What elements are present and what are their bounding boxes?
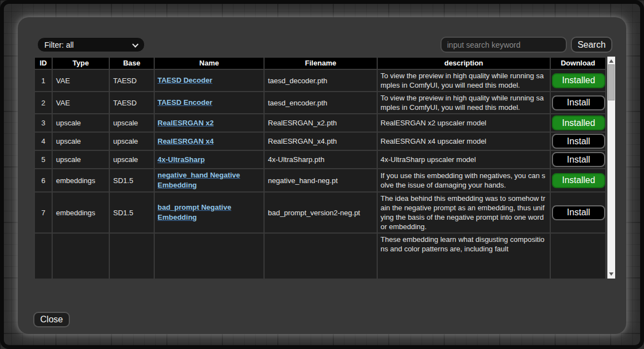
cell-base: SD1.5 — [110, 169, 154, 191]
model-link[interactable]: 4x-UltraSharp — [158, 155, 205, 164]
cell-filename: bad_prompt_version2-neg.pt — [265, 193, 377, 232]
scrollbar-thumb[interactable] — [608, 64, 615, 100]
column-header-base: Base — [110, 58, 154, 69]
table-header-row: ID Type Base Name Filename description D… — [35, 58, 605, 69]
model-table: ID Type Base Name Filename description D… — [34, 57, 606, 279]
table-row: 4upscaleupscaleRealESRGAN x4RealESRGAN_x… — [35, 133, 605, 150]
column-header-name: Name — [155, 58, 263, 69]
scrollbar-down-arrow-icon[interactable] — [609, 272, 613, 276]
cell-id — [35, 234, 52, 279]
cell-id: 6 — [35, 169, 52, 191]
cell-filename: RealESRGAN_x2.pth — [265, 114, 377, 131]
column-header-type: Type — [53, 58, 109, 69]
cell-filename: RealESRGAN_x4.pth — [265, 133, 377, 150]
install-button[interactable]: Install — [552, 152, 605, 167]
model-link[interactable]: RealESRGAN x4 — [158, 137, 214, 145]
cell-description: If you use this embedding with negatives… — [378, 169, 550, 191]
cell-description: The idea behind this embedding was to so… — [378, 193, 550, 232]
install-models-dialog: Filter: all Search ID Type Base Name Fi — [18, 17, 626, 334]
filter-select[interactable]: Filter: all — [37, 37, 145, 52]
table-row: 3upscaleupscaleRealESRGAN x2RealESRGAN_x… — [35, 114, 605, 131]
cell-description: 4x-UltraSharp upscaler model — [378, 151, 550, 168]
cell-type: VAE — [53, 70, 109, 91]
table-row: 1VAETAESDTAESD Decodertaesd_decoder.pthT… — [35, 70, 605, 91]
cell-name: RealESRGAN x4 — [155, 133, 263, 150]
cell-filename: negative_hand-neg.pt — [265, 169, 377, 191]
model-table-area: ID Type Base Name Filename description D… — [34, 57, 615, 279]
cell-description: RealESRGAN x2 upscaler model — [378, 114, 550, 131]
cell-description: These embedding learn what disgusting co… — [378, 234, 550, 279]
cell-filename: taesd_encoder.pth — [265, 92, 377, 113]
model-link[interactable]: negative_hand Negative Embedding — [158, 171, 240, 189]
cell-base: TAESD — [110, 70, 154, 91]
model-link[interactable]: TAESD Encoder — [158, 98, 212, 107]
cell-download — [551, 234, 605, 279]
cell-base: TAESD — [110, 92, 154, 113]
model-link[interactable]: bad_prompt Negative Embedding — [158, 203, 231, 221]
cell-filename — [265, 234, 377, 279]
column-header-description: description — [378, 58, 550, 69]
cell-id: 7 — [35, 193, 52, 232]
cell-name: bad_prompt Negative Embedding — [155, 193, 263, 232]
cell-download: Installed — [551, 70, 605, 91]
cell-id: 5 — [35, 151, 52, 168]
install-button[interactable]: Install — [552, 134, 605, 149]
cell-type: upscale — [53, 114, 109, 131]
search-button[interactable]: Search — [571, 37, 612, 53]
model-table-scroll-region: ID Type Base Name Filename description D… — [34, 57, 607, 279]
table-row: These embedding learn what disgusting co… — [35, 234, 605, 279]
cell-base: SD1.5 — [110, 193, 154, 232]
model-link[interactable]: TAESD Decoder — [158, 76, 212, 84]
filter-dropdown-wrap: Filter: all — [37, 37, 145, 52]
cell-id: 2 — [35, 92, 52, 113]
table-row: 2VAETAESDTAESD Encodertaesd_encoder.pthT… — [35, 92, 605, 113]
cell-download: Install — [551, 92, 605, 113]
cell-filename: taesd_decoder.pth — [265, 70, 377, 91]
search-input[interactable] — [440, 37, 567, 53]
cell-type: upscale — [53, 151, 109, 168]
cell-type: embeddings — [53, 169, 109, 191]
cell-filename: 4x-UltraSharp.pth — [265, 151, 377, 168]
model-link[interactable]: RealESRGAN x2 — [158, 119, 214, 127]
close-button[interactable]: Close — [33, 312, 70, 327]
column-header-download: Download — [551, 58, 605, 69]
cell-download: Install — [551, 133, 605, 150]
table-scrollbar[interactable] — [607, 57, 615, 279]
installed-button[interactable]: Installed — [552, 173, 605, 188]
install-button[interactable]: Install — [552, 95, 605, 110]
table-row: 6embeddingsSD1.5negative_hand Negative E… — [35, 169, 605, 191]
cell-type: embeddings — [53, 193, 109, 232]
cell-download: Installed — [551, 114, 605, 131]
table-row: 7embeddingsSD1.5bad_prompt Negative Embe… — [35, 193, 605, 232]
scrollbar-up-arrow-icon[interactable] — [609, 59, 613, 63]
column-header-filename: Filename — [265, 58, 377, 69]
cell-name: negative_hand Negative Embedding — [155, 169, 263, 191]
cell-id: 4 — [35, 133, 52, 150]
cell-type — [53, 234, 109, 279]
cell-download: Installed — [551, 169, 605, 191]
table-row: 5upscaleupscale4x-UltraSharp4x-UltraShar… — [35, 151, 605, 168]
cell-name — [155, 234, 263, 279]
install-button[interactable]: Install — [552, 205, 605, 220]
cell-description: To view the preview in high quality whil… — [378, 70, 550, 91]
column-header-id: ID — [35, 58, 52, 69]
cell-download: Install — [551, 151, 605, 168]
cell-base: upscale — [110, 114, 154, 131]
cell-type: upscale — [53, 133, 109, 150]
cell-base: upscale — [110, 133, 154, 150]
cell-name: TAESD Encoder — [155, 92, 263, 113]
cell-id: 3 — [35, 114, 52, 131]
model-table-body: 1VAETAESDTAESD Decodertaesd_decoder.pthT… — [35, 70, 605, 279]
installed-button[interactable]: Installed — [552, 73, 605, 88]
cell-base — [110, 234, 154, 279]
cell-download: Install — [551, 193, 605, 232]
cell-description: To view the preview in high quality whil… — [378, 92, 550, 113]
installed-button[interactable]: Installed — [552, 115, 605, 130]
cell-description: RealESRGAN x4 upscaler model — [378, 133, 550, 150]
cell-type: VAE — [53, 92, 109, 113]
cell-name: 4x-UltraSharp — [155, 151, 263, 168]
cell-name: TAESD Decoder — [155, 70, 263, 91]
cell-base: upscale — [110, 151, 154, 168]
cell-id: 1 — [35, 70, 52, 91]
cell-name: RealESRGAN x2 — [155, 114, 263, 131]
